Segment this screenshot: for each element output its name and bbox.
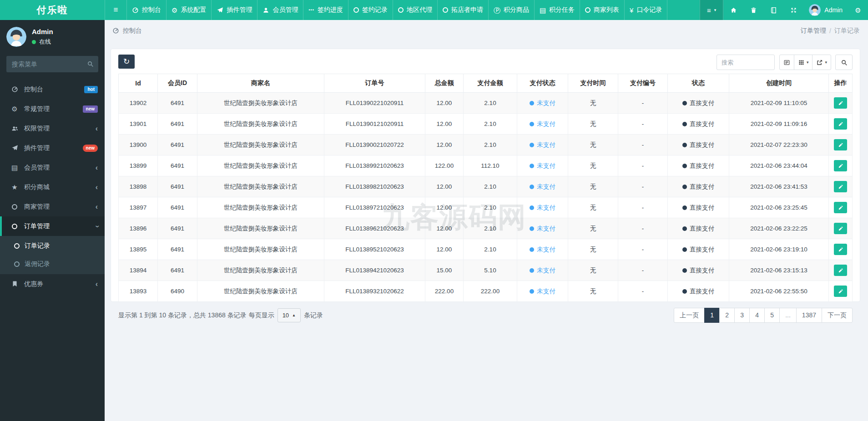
page-button[interactable]: 1 <box>704 308 720 323</box>
caret-down-icon: ▾ <box>825 60 827 65</box>
nav-item[interactable]: 签约记录 <box>348 0 393 20</box>
cell-id: 13897 <box>119 197 158 218</box>
cell-member-id: 6491 <box>158 93 197 114</box>
nav-item[interactable]: ¥口令记录 <box>624 0 667 20</box>
cell-order-no: FLL01389521020623 <box>324 239 425 260</box>
hamburger-icon: ≡ <box>114 5 118 15</box>
ellipsis-icon: ••• <box>308 8 314 12</box>
search-button[interactable] <box>835 55 853 70</box>
nav-item[interactable]: ▤积分任务 <box>534 0 580 20</box>
cell-member-id: 6490 <box>158 281 197 302</box>
column-header: 订单号 <box>324 74 425 93</box>
sidebar-item[interactable]: 商家管理‹ <box>0 197 105 216</box>
cell-id: 13893 <box>119 281 158 302</box>
cell-order-no: FLL01390221020911 <box>324 93 425 114</box>
sidebar-item[interactable]: ▤会员管理‹ <box>0 158 105 177</box>
columns-dropdown-button[interactable]: ▾ <box>794 55 813 70</box>
refresh-button[interactable]: ↻ <box>118 55 135 69</box>
nav-item-label: 系统配置 <box>181 6 206 14</box>
status-label: 直接支付 <box>690 287 714 296</box>
sidebar-toggle-button[interactable]: ≡ <box>105 0 126 20</box>
cell-actions <box>829 176 853 197</box>
export-dropdown-button[interactable]: ▾ <box>812 55 831 70</box>
nav-item[interactable]: •••签约进度 <box>303 0 348 20</box>
fullscreen-button[interactable] <box>783 0 803 20</box>
sidebar-item[interactable]: 订单管理‹ <box>0 216 105 236</box>
pencil-icon <box>838 247 843 252</box>
page-button[interactable]: 4 <box>749 308 765 323</box>
cell-shop-name: 世纪陆壹捌美妆形象设计店 <box>197 114 324 135</box>
column-header: 会员ID <box>158 74 197 93</box>
sidebar-item-icon: ⚙ <box>10 105 19 112</box>
page-button[interactable]: 1387 <box>796 308 822 323</box>
profile-name: Admin <box>32 28 53 35</box>
nav-item[interactable]: 会员管理 <box>257 0 303 20</box>
sidebar-item[interactable]: 控制台hot <box>0 80 105 99</box>
edit-button[interactable] <box>834 202 847 213</box>
log-button[interactable] <box>763 0 783 20</box>
edit-button[interactable] <box>834 286 847 297</box>
sidebar-item[interactable]: 插件管理new <box>0 138 105 158</box>
column-header: 支付状态 <box>517 74 568 93</box>
column-header: Id <box>119 74 158 93</box>
nav-item[interactable]: ⚙系统配置 <box>166 0 211 20</box>
settings-button[interactable]: ⚙ <box>848 0 868 20</box>
sidebar-item[interactable]: 权限管理‹ <box>0 119 105 138</box>
online-label: 在线 <box>39 38 51 46</box>
edit-button[interactable] <box>834 265 847 276</box>
navbar-right: ≡ ▾ Admin ⚙ <box>700 0 868 20</box>
edit-button[interactable] <box>834 97 847 109</box>
sidebar-subitem[interactable]: 返佣记录 <box>0 255 105 273</box>
sidebar-item[interactable]: ⚙常规管理new <box>0 99 105 119</box>
next-page-button[interactable]: 下一页 <box>822 308 853 323</box>
cell-total-amount: 12.00 <box>425 114 464 135</box>
edit-button[interactable] <box>834 181 847 192</box>
cell-created-time: 2021-02-06 23:44:04 <box>729 155 829 176</box>
breadcrumb-parent[interactable]: 订单管理 <box>801 27 826 35</box>
menu-dropdown-button[interactable]: ≡ ▾ <box>700 0 723 20</box>
nav-item-label: 口令记录 <box>636 6 662 14</box>
nav-item[interactable]: 拓店者申请 <box>437 0 488 20</box>
sidebar-item[interactable]: 优惠券‹ <box>0 274 105 294</box>
edit-button[interactable] <box>834 244 847 255</box>
table-row: 13893 6490 世纪陆壹捌美妆形象设计店 FLL0138932102062… <box>119 281 853 302</box>
sidebar-subitem-label: 订单记录 <box>25 242 50 250</box>
cell-pay-status: 未支付 <box>517 114 568 135</box>
clear-cache-button[interactable] <box>743 0 763 20</box>
page-size-dropdown[interactable]: 10 ▲ <box>278 308 301 322</box>
page-button[interactable]: 5 <box>764 308 780 323</box>
home-button[interactable] <box>723 0 743 20</box>
p-circle-icon: Ⓟ <box>494 7 500 14</box>
cell-total-amount: 12.00 <box>425 239 464 260</box>
page-button[interactable]: 3 <box>734 308 750 323</box>
cell-pay-no: - <box>618 114 668 135</box>
nav-item[interactable]: 商家列表 <box>580 0 624 20</box>
edit-button[interactable] <box>834 223 847 234</box>
sidebar-item-label: 会员管理 <box>24 164 91 172</box>
table-row: 13898 6491 世纪陆壹捌美妆形象设计店 FLL0138982102062… <box>119 176 853 197</box>
page-button[interactable]: 2 <box>719 308 735 323</box>
user-menu[interactable]: Admin <box>803 0 848 20</box>
table-search-input[interactable] <box>717 55 775 70</box>
prev-page-button[interactable]: 上一页 <box>674 308 705 323</box>
nav-item[interactable]: 地区代理 <box>393 0 437 20</box>
pagination-toggle-button[interactable] <box>779 55 794 70</box>
pencil-icon <box>838 205 843 210</box>
sidebar-item-icon <box>10 125 19 132</box>
sidebar-item-icon: ★ <box>10 184 19 190</box>
nav-item[interactable]: Ⓟ积分商品 <box>488 0 534 20</box>
edit-button[interactable] <box>834 160 847 171</box>
nav-item[interactable]: 控制台 <box>126 0 166 20</box>
edit-button[interactable] <box>834 118 847 130</box>
sidebar-subitem[interactable]: 订单记录 <box>0 237 105 255</box>
edit-button[interactable] <box>834 139 847 150</box>
sidebar-item[interactable]: ★积分商城‹ <box>0 177 105 197</box>
cell-pay-no: - <box>618 260 668 281</box>
cell-id: 13900 <box>119 135 158 155</box>
trash-icon <box>750 7 757 14</box>
menu-search-input[interactable] <box>6 56 98 72</box>
bookmark-icon <box>11 281 18 287</box>
cell-status: 直接支付 <box>668 155 729 176</box>
pagination-info: 显示第 1 到第 10 条记录，总共 13868 条记录 每页显示 10 ▲ 条… <box>118 308 323 322</box>
nav-item[interactable]: 插件管理 <box>211 0 257 20</box>
